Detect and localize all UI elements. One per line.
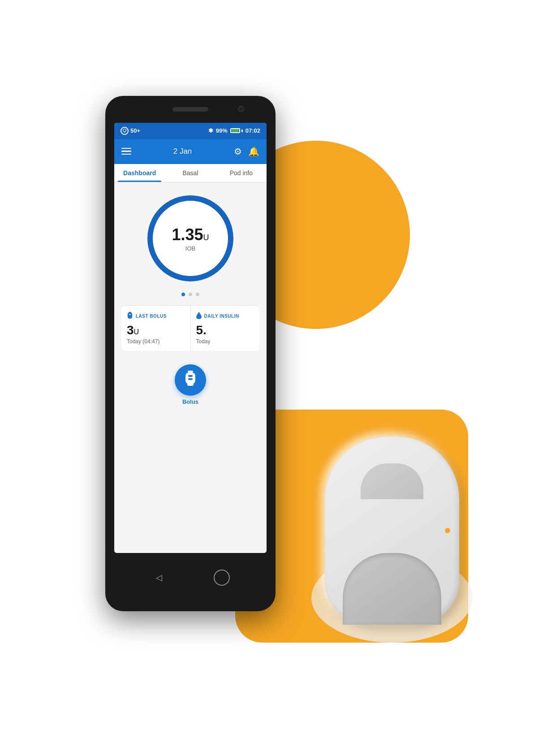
last-bolus-title: LAST BOLUS xyxy=(136,314,167,319)
last-bolus-card: LAST BOLUS 3U Today (04:47) xyxy=(121,306,191,351)
clock-time: 07:02 xyxy=(246,127,260,134)
last-bolus-value-row: 3U xyxy=(127,323,185,337)
dot-3 xyxy=(196,293,199,296)
tab-bar: Dashboard Basal Pod info xyxy=(114,164,267,182)
hamburger-line-2 xyxy=(121,151,131,152)
last-bolus-value: 3 xyxy=(127,323,134,337)
daily-insulin-card: DAILY INSULIN 5. Today xyxy=(191,306,260,351)
svg-rect-6 xyxy=(129,317,131,319)
pod-body xyxy=(325,436,459,625)
pod-status-icon xyxy=(121,127,129,135)
tab-dashboard[interactable]: Dashboard xyxy=(114,164,165,182)
scene: 50+ ✱ 99% 07:02 xyxy=(78,60,482,687)
bolus-vial-icon xyxy=(127,312,133,320)
hamburger-menu-button[interactable] xyxy=(121,148,131,155)
app-header: 2 Jan ⚙ 🔔 xyxy=(114,139,267,164)
daily-insulin-value: 5. xyxy=(196,323,207,337)
svg-rect-8 xyxy=(188,371,193,372)
svg-rect-10 xyxy=(187,383,194,386)
status-right: ✱ 99% 07:02 xyxy=(208,127,260,134)
pod-status-dot xyxy=(445,528,450,533)
phone-nav-bar: ◁ xyxy=(105,553,276,611)
bolus-button[interactable] xyxy=(175,364,206,396)
iob-number: 1.35 xyxy=(172,225,203,243)
back-icon: ◁ xyxy=(156,573,162,583)
hamburger-line-3 xyxy=(121,154,131,155)
daily-insulin-header: DAILY INSULIN xyxy=(196,312,254,320)
phone-camera xyxy=(238,106,244,112)
hamburger-line-1 xyxy=(121,148,131,149)
notification-count: 50+ xyxy=(130,127,140,134)
tab-basal-label: Basal xyxy=(182,169,198,177)
daily-insulin-sub: Today xyxy=(196,338,254,345)
phone-speaker xyxy=(172,107,208,112)
dot-1 xyxy=(181,293,185,296)
last-bolus-sub: Today (04:47) xyxy=(127,338,185,345)
phone-device: 50+ ✱ 99% 07:02 xyxy=(105,96,276,611)
battery-percent: 99% xyxy=(216,127,228,134)
header-icons: ⚙ 🔔 xyxy=(234,146,259,157)
svg-rect-7 xyxy=(129,314,131,315)
settings-icon[interactable]: ⚙ xyxy=(234,146,242,157)
bolus-label: Bolus xyxy=(182,398,198,405)
daily-insulin-value-row: 5. xyxy=(196,323,254,337)
daily-insulin-title: DAILY INSULIN xyxy=(204,314,239,319)
bolus-section: Bolus xyxy=(175,364,206,405)
bolus-button-icon xyxy=(184,371,197,389)
tab-dashboard-label: Dashboard xyxy=(123,169,156,177)
iob-value-display: 1.35U xyxy=(172,225,209,244)
drop-icon xyxy=(196,312,202,320)
tab-pod-info[interactable]: Pod info xyxy=(216,164,267,182)
svg-rect-11 xyxy=(188,375,193,377)
screen-content: 1.35U IOB xyxy=(114,182,267,553)
iob-text: 1.35U IOB xyxy=(172,225,209,251)
pagination-dots xyxy=(181,293,199,296)
pod-inner-arch xyxy=(343,553,441,625)
svg-rect-4 xyxy=(129,312,131,313)
iob-circle-container: 1.35U IOB xyxy=(143,191,237,285)
tab-pod-info-label: Pod info xyxy=(230,169,253,177)
iob-unit: U xyxy=(203,233,209,242)
status-left: 50+ xyxy=(121,127,140,135)
svg-point-0 xyxy=(123,129,126,132)
pod-device xyxy=(311,427,473,643)
header-date: 2 Jan xyxy=(173,147,192,156)
pod-top-bump xyxy=(361,463,423,499)
home-button[interactable] xyxy=(214,570,230,586)
tab-basal[interactable]: Basal xyxy=(165,164,215,182)
status-bar: 50+ ✱ 99% 07:02 xyxy=(114,123,267,139)
dot-2 xyxy=(189,293,192,296)
stats-row: LAST BOLUS 3U Today (04:47) xyxy=(121,305,259,351)
notification-bell-icon[interactable]: 🔔 xyxy=(248,146,259,157)
last-bolus-unit: U xyxy=(134,328,139,336)
iob-label: IOB xyxy=(172,245,209,251)
phone-screen: 50+ ✱ 99% 07:02 xyxy=(114,123,267,553)
bluetooth-icon: ✱ xyxy=(208,127,213,134)
svg-rect-12 xyxy=(188,378,193,380)
battery-icon xyxy=(230,128,243,133)
last-bolus-header: LAST BOLUS xyxy=(127,312,185,320)
back-button[interactable]: ◁ xyxy=(151,570,167,586)
phone-top-bar xyxy=(105,96,276,123)
